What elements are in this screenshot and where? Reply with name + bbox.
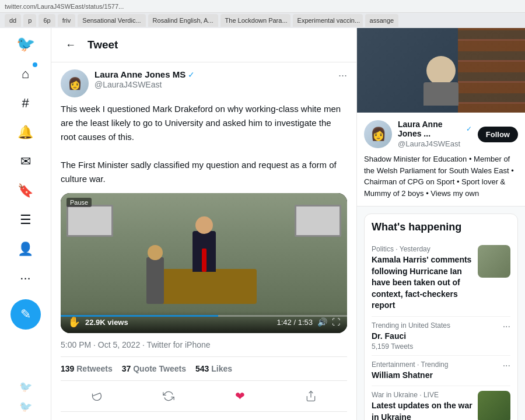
profile-card: 👩 Laura Anne Jones ... ✓ @LauraJ4SWEast … — [357, 113, 525, 206]
current-time: 1:42 — [277, 318, 292, 327]
home-badge — [33, 62, 37, 67]
video-person-head — [426, 56, 456, 85]
profile-video — [357, 28, 525, 113]
parliament-person-left — [146, 257, 164, 304]
avatar[interactable]: 👩 — [61, 69, 89, 97]
trend-headline-3: William Shatner — [372, 370, 448, 382]
time-display: 1:42 / 1:53 — [277, 318, 313, 327]
sidebar: 🐦 ⌂ # 🔔 ✉ 🔖 ☰ 👤 ··· ✎ 🐦 — [0, 28, 51, 420]
trend-meta-1: Politics · Yesterday — [372, 245, 473, 253]
profile-video-scene — [357, 28, 525, 113]
sidebar-item-more[interactable]: ··· — [13, 265, 38, 291]
profile-card-header: 👩 Laura Anne Jones ... ✓ @LauraJ4SWEast … — [364, 120, 518, 149]
parliament-desk — [152, 269, 257, 304]
tab-vaccine[interactable]: Experimental vaccin... — [293, 14, 363, 27]
likes-label: Likes — [211, 364, 232, 373]
bird-icon-1: 🐦 — [19, 380, 32, 393]
share-button[interactable] — [299, 386, 323, 407]
trend-more-dots-2[interactable]: ··· — [503, 321, 510, 332]
fullscreen-button[interactable]: ⛶ — [332, 317, 340, 327]
trend-item-shatner[interactable]: Entertainment · Trending William Shatner… — [372, 356, 510, 387]
play-pause-button[interactable]: ✋ — [68, 316, 80, 328]
tweet-text-p2: The First Minister sadly classified my q… — [61, 158, 347, 186]
tab-lockdown[interactable]: The Lockdown Para... — [220, 14, 290, 27]
time-separator: / — [293, 318, 298, 327]
whats-happening-section: What's happening Politics · Yesterday Ka… — [364, 214, 518, 420]
tweet-user-row: 👩 Laura Anne Jones MS ✓ @LauraJ4SWEast ·… — [61, 69, 347, 97]
user-name: Laura Anne Jones MS — [94, 69, 186, 79]
sidebar-item-profile[interactable]: 👤 — [13, 236, 38, 262]
reply-button[interactable] — [85, 386, 108, 407]
trend-row-2: Trending in United States Dr. Fauci 5,15… — [372, 321, 510, 351]
user-info: Laura Anne Jones MS ✓ @LauraJ4SWEast — [94, 69, 332, 90]
sidebar-item-explore[interactable]: # — [13, 90, 38, 116]
video-player[interactable]: Pause ✋ 22.9K views 1:42 / 1:53 🔊 ⛶ — [61, 193, 347, 333]
trend-with-image: Politics · Yesterday Kamala Harris' comm… — [372, 245, 510, 312]
tweet-actions: ❤ — [61, 383, 347, 412]
trend-item-kamala[interactable]: Politics · Yesterday Kamala Harris' comm… — [372, 240, 510, 317]
follow-button[interactable]: Follow — [478, 127, 518, 142]
video-overlay: ✋ 22.9K views 1:42 / 1:53 🔊 ⛶ — [61, 311, 347, 333]
sidebar-item-notifications[interactable]: 🔔 — [13, 120, 38, 145]
profile-handle: @LauraJ4SWEast — [398, 139, 460, 148]
trend-meta-2: Trending in United States — [372, 321, 450, 330]
tweet-more-button[interactable]: ··· — [338, 69, 347, 82]
volume-button[interactable]: 🔊 — [317, 317, 327, 327]
tab-assange[interactable]: assange — [365, 14, 399, 27]
profile-name: Laura Anne Jones ... — [398, 120, 464, 138]
page-title: Tweet — [88, 38, 118, 51]
envelope-icon: ✉ — [20, 154, 31, 169]
back-arrow-icon: ← — [65, 39, 76, 51]
profile-small-avatar[interactable]: 👩 — [364, 120, 392, 148]
trend-count-2: 5,159 Tweets — [372, 342, 450, 351]
tab-rosalind[interactable]: Rosalind English, A... — [148, 14, 218, 27]
trend-image-4 — [478, 391, 510, 420]
bell-icon: 🔔 — [18, 125, 33, 140]
retweets-stat[interactable]: 139 Retweets — [61, 364, 113, 373]
bookmark-icon: 🔖 — [18, 183, 33, 198]
trend-item-ukraine[interactable]: War in Ukraine · LIVE Latest updates on … — [372, 386, 510, 420]
user-handle: @LauraJ4SWEast — [94, 80, 162, 89]
tab-dd[interactable]: dd — [5, 14, 21, 27]
twitter-logo[interactable]: 🐦 — [16, 35, 35, 53]
browser-bar: twitter.com/LauraJ4SWEast/status/1577... — [0, 0, 525, 13]
user-name-row: Laura Anne Jones MS ✓ — [94, 69, 332, 79]
sidebar-item-home[interactable]: ⌂ — [13, 61, 38, 87]
video-person-body — [424, 82, 459, 106]
bird-icon-2: 🐦 — [19, 400, 32, 413]
trend-headline-1: Kamala Harris' comments following Hurric… — [372, 254, 473, 312]
right-panel: 👩 Laura Anne Jones ... ✓ @LauraJ4SWEast … — [357, 28, 525, 420]
tab-6p[interactable]: 6p — [38, 14, 55, 27]
compose-button[interactable]: ✎ — [10, 299, 41, 330]
quote-tweets-label: Quote Tweets — [133, 364, 186, 373]
trend-more-dots-3[interactable]: ··· — [503, 360, 510, 371]
tweet-timestamp: 5:00 PM · Oct 5, 2022 · Twitter for iPho… — [61, 340, 347, 357]
tab-sensational[interactable]: Sensational Verdic... — [78, 14, 145, 27]
likes-stat[interactable]: 543 Likes — [195, 364, 232, 373]
parliament-head — [195, 216, 213, 234]
trend-meta-3: Entertainment · Trending — [372, 360, 448, 369]
retweet-button[interactable] — [157, 386, 180, 407]
likes-count: 543 — [195, 364, 209, 373]
profile-icon: 👤 — [18, 242, 33, 257]
trend-meta-4: War in Ukraine · LIVE — [372, 391, 473, 399]
quote-tweets-stat[interactable]: 37 Quote Tweets — [122, 364, 186, 373]
trend-headline-4: Latest updates on the war in Ukraine — [372, 400, 473, 420]
tweet-stats: 139 Retweets 37 Quote Tweets 543 Likes — [61, 364, 347, 381]
sidebar-item-bookmarks[interactable]: 🔖 — [13, 178, 38, 204]
sidebar-item-messages[interactable]: ✉ — [13, 149, 38, 174]
views-count: 22.9K views — [85, 318, 128, 327]
like-button[interactable]: ❤ — [229, 386, 251, 407]
back-button[interactable]: ← — [61, 35, 80, 55]
compose-icon: ✎ — [20, 307, 31, 322]
lists-icon: ☰ — [20, 212, 32, 228]
trend-text-2: Trending in United States Dr. Fauci 5,15… — [372, 321, 450, 351]
avatar-image: 👩 — [61, 69, 89, 97]
screen-right — [295, 205, 341, 237]
trend-image-1 — [478, 245, 510, 278]
parliament-tie — [202, 249, 206, 272]
tab-friv[interactable]: friv — [58, 14, 76, 27]
sidebar-item-lists[interactable]: ☰ — [13, 207, 38, 233]
tab-p[interactable]: p — [23, 14, 36, 27]
trend-item-fauci[interactable]: Trending in United States Dr. Fauci 5,15… — [372, 317, 510, 356]
